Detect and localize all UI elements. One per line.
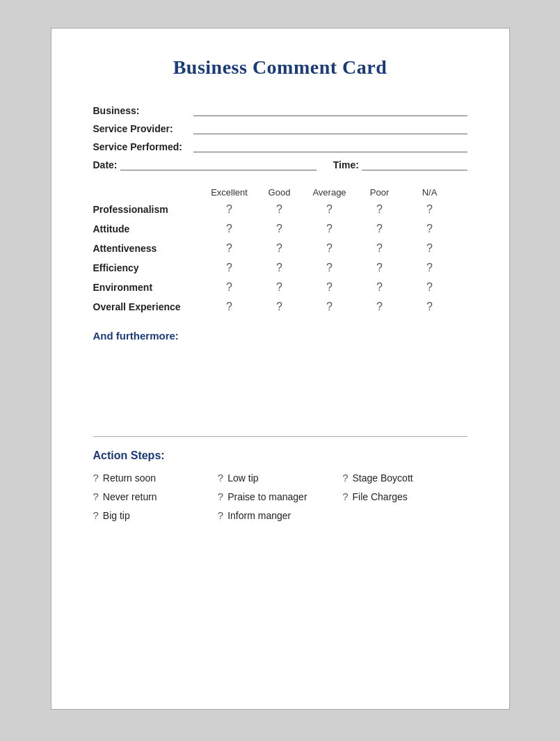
ratings-radio[interactable]: ? <box>205 301 255 313</box>
ratings-radio[interactable]: ? <box>205 281 255 294</box>
action-item-label: Low tip <box>227 472 258 484</box>
list-item[interactable]: ?Return soon <box>93 472 218 484</box>
card-title: Business Comment Card <box>93 56 467 79</box>
action-item-label: Praise to manager <box>227 491 307 502</box>
ratings-radio[interactable]: ? <box>405 203 455 216</box>
ratings-header-col: Excellent <box>205 187 255 198</box>
action-item-label: Inform manger <box>227 510 291 521</box>
checkbox-icon[interactable]: ? <box>93 509 99 521</box>
furthermore-label: And furthermore: <box>93 330 467 342</box>
business-row: Business: <box>93 104 467 116</box>
ratings-radio[interactable]: ? <box>205 262 255 274</box>
service-performed-row: Service Performed: <box>93 140 467 152</box>
ratings-radio[interactable]: ? <box>405 281 455 294</box>
list-item[interactable]: ?File Charges <box>342 491 467 502</box>
ratings-radio[interactable]: ? <box>305 281 355 294</box>
table-row: Professionalism????? <box>93 203 467 216</box>
ratings-radio[interactable]: ? <box>255 203 305 216</box>
ratings-rows: Professionalism?????Attitude?????Attenti… <box>93 203 467 313</box>
ratings-header: ExcellentGoodAveragePoorN/A <box>93 187 467 198</box>
list-item[interactable]: ?Praise to manager <box>218 491 342 502</box>
ratings-radio[interactable]: ? <box>405 223 455 235</box>
ratings-header-col: N/A <box>405 187 455 198</box>
table-row: Attentiveness????? <box>93 242 467 255</box>
business-input-line[interactable] <box>193 104 467 116</box>
list-item[interactable]: ?Low tip <box>218 472 342 484</box>
list-item[interactable] <box>342 509 467 521</box>
ratings-radio[interactable]: ? <box>305 242 355 255</box>
ratings-radio[interactable]: ? <box>405 262 455 274</box>
ratings-row-label: Overall Experience <box>93 301 205 312</box>
ratings-radio[interactable]: ? <box>355 281 405 294</box>
ratings-radio[interactable]: ? <box>255 242 305 255</box>
ratings-section: ExcellentGoodAveragePoorN/A Professional… <box>93 187 467 313</box>
service-performed-input-line[interactable] <box>193 140 467 152</box>
business-label: Business: <box>93 105 191 116</box>
date-input-line[interactable] <box>120 158 317 170</box>
action-item-label: Stage Boycott <box>353 472 413 484</box>
furthermore-text-area[interactable] <box>93 347 467 424</box>
comment-card: Business Comment Card Business: Service … <box>51 28 510 710</box>
ratings-header-col: Average <box>305 187 355 198</box>
table-row: Efficiency????? <box>93 262 467 274</box>
divider <box>93 436 467 437</box>
time-section: Time: <box>333 158 467 170</box>
checkbox-icon[interactable]: ? <box>342 472 348 484</box>
date-time-row: Date: Time: <box>93 158 467 170</box>
form-fields: Business: Service Provider: Service Perf… <box>93 104 467 170</box>
ratings-radio[interactable]: ? <box>205 223 255 235</box>
service-provider-row: Service Provider: <box>93 122 467 134</box>
checkbox-icon[interactable]: ? <box>93 491 99 502</box>
ratings-radio[interactable]: ? <box>305 203 355 216</box>
ratings-radio[interactable]: ? <box>355 301 405 313</box>
list-item[interactable]: ?Stage Boycott <box>342 472 467 484</box>
list-item[interactable]: ?Inform manger <box>218 509 342 521</box>
ratings-header-col: Good <box>255 187 305 198</box>
table-row: Environment????? <box>93 281 467 294</box>
ratings-radio[interactable]: ? <box>405 301 455 313</box>
list-item[interactable]: ?Big tip <box>93 509 218 521</box>
ratings-row-label: Attentiveness <box>93 243 205 254</box>
ratings-radio[interactable]: ? <box>305 262 355 274</box>
ratings-row-label: Efficiency <box>93 262 205 273</box>
action-item-label: File Charges <box>353 491 408 502</box>
ratings-radio[interactable]: ? <box>205 242 255 255</box>
checkbox-icon[interactable]: ? <box>218 509 223 521</box>
action-steps-grid: ?Return soon?Low tip?Stage Boycott?Never… <box>93 472 467 521</box>
ratings-radio[interactable]: ? <box>355 203 405 216</box>
ratings-radio[interactable]: ? <box>205 203 255 216</box>
time-input-line[interactable] <box>362 158 467 170</box>
action-steps-title: Action Steps: <box>93 449 467 462</box>
checkbox-icon[interactable]: ? <box>342 491 348 502</box>
table-row: Overall Experience????? <box>93 301 467 313</box>
table-row: Attitude????? <box>93 223 467 235</box>
ratings-radio[interactable]: ? <box>305 301 355 313</box>
ratings-header-col: Poor <box>355 187 405 198</box>
list-item[interactable]: ?Never return <box>93 491 218 502</box>
ratings-radio[interactable]: ? <box>255 223 305 235</box>
time-label: Time: <box>333 159 359 170</box>
checkbox-icon[interactable]: ? <box>93 472 99 484</box>
ratings-radio[interactable]: ? <box>305 223 355 235</box>
ratings-row-label: Attitude <box>93 223 205 234</box>
ratings-radio[interactable]: ? <box>255 262 305 274</box>
ratings-row-label: Professionalism <box>93 204 205 215</box>
date-section: Date: <box>93 158 317 170</box>
checkbox-icon[interactable]: ? <box>218 472 223 484</box>
ratings-row-label: Environment <box>93 282 205 293</box>
ratings-radio[interactable]: ? <box>355 223 405 235</box>
service-performed-label: Service Performed: <box>93 141 191 152</box>
ratings-radio[interactable]: ? <box>405 242 455 255</box>
ratings-radio[interactable]: ? <box>355 242 405 255</box>
ratings-radio[interactable]: ? <box>255 281 305 294</box>
action-item-label: Return soon <box>103 472 156 484</box>
checkbox-icon[interactable]: ? <box>218 491 223 502</box>
action-item-label: Big tip <box>103 510 130 521</box>
date-label: Date: <box>93 159 118 170</box>
action-item-label: Never return <box>103 491 157 502</box>
ratings-radio[interactable]: ? <box>355 262 405 274</box>
ratings-radio[interactable]: ? <box>255 301 305 313</box>
service-provider-label: Service Provider: <box>93 123 191 134</box>
service-provider-input-line[interactable] <box>193 122 467 134</box>
